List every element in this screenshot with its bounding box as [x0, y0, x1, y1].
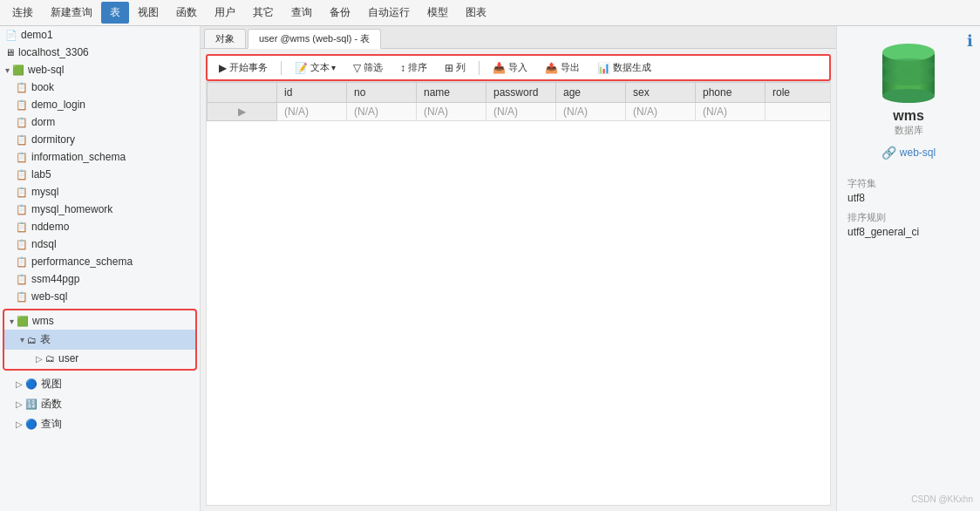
- expand-arrow: ▾: [5, 65, 10, 75]
- sidebar-item-table-node[interactable]: ▾ 🗂 表: [4, 330, 195, 350]
- cell-sex[interactable]: (N/A): [626, 103, 696, 121]
- table-icon: 📋: [16, 204, 28, 215]
- menu-backup[interactable]: 备份: [321, 2, 359, 24]
- table-wrapper[interactable]: id no name password age sex phone role ▶…: [206, 81, 831, 506]
- columns-btn[interactable]: ⊞ 列: [439, 58, 472, 77]
- sidebar-item-wms[interactable]: ▾ 🟩 wms: [4, 312, 195, 330]
- toolbar-sep-2: [479, 61, 480, 75]
- transaction-icon: ▶: [219, 62, 227, 74]
- sidebar-item-performance-schema[interactable]: 📋 performance_schema: [0, 253, 200, 270]
- table-icon: 📋: [16, 291, 28, 303]
- sidebar-item-mysql-homework[interactable]: 📋 mysql_homework: [0, 201, 200, 218]
- menu-new-query[interactable]: 新建查询: [42, 2, 101, 24]
- conn-name: web-sql: [900, 146, 936, 159]
- conn-icon: 🔗: [881, 146, 896, 160]
- sidebar-item-demo-login[interactable]: 📋 demo_login: [0, 96, 200, 113]
- filter-btn[interactable]: ▽ 筛选: [347, 58, 389, 77]
- col-id[interactable]: id: [277, 83, 347, 103]
- menu-query[interactable]: 查询: [282, 2, 321, 24]
- tab-user-table[interactable]: user @wms (web-sql) - 表: [248, 29, 381, 49]
- table-icon: 📋: [16, 187, 28, 198]
- table-icon: 📋: [16, 274, 28, 285]
- menu-view[interactable]: 视图: [129, 2, 167, 24]
- sidebar-item-views[interactable]: ▷ 🔵 视图: [0, 374, 200, 394]
- db-props: 字符集 utf8 排序规则 utf8_general_ci: [847, 177, 970, 245]
- sidebar-item-queries[interactable]: ▷ 🔵 查询: [0, 414, 200, 434]
- sidebar-item-dorm[interactable]: 📋 dorm: [0, 113, 200, 131]
- table-icon: 📋: [16, 169, 28, 181]
- table-row: ▶ (N/A) (N/A) (N/A) (N/A) (N/A) (N/A) (N…: [208, 103, 832, 121]
- charset-label: 字符集: [847, 177, 970, 190]
- filter-icon: ▽: [353, 62, 361, 74]
- cell-name[interactable]: (N/A): [417, 103, 487, 121]
- sidebar-item-information-schema[interactable]: 📋 information_schema: [0, 148, 200, 166]
- wms-db-icon: 🟩: [17, 316, 29, 327]
- server-icon: 🖥: [5, 47, 15, 58]
- begin-transaction-btn[interactable]: ▶ 开始事务: [213, 58, 274, 77]
- menu-function[interactable]: 函数: [167, 2, 206, 24]
- sort-btn[interactable]: ↕ 排序: [394, 58, 433, 77]
- toolbar-sep-1: [281, 61, 282, 75]
- col-name[interactable]: name: [417, 83, 487, 103]
- col-phone[interactable]: phone: [696, 83, 766, 103]
- menu-chart[interactable]: 图表: [457, 2, 495, 24]
- row-arrow-indicator: ▶: [208, 103, 277, 121]
- datagen-btn[interactable]: 📊 数据生成: [591, 58, 657, 77]
- sidebar-item-dormitory[interactable]: 📋 dormitory: [0, 131, 200, 148]
- collation-value: utf8_general_ci: [847, 226, 970, 238]
- table-icon: 📋: [16, 134, 28, 146]
- menu-table[interactable]: 表: [101, 2, 129, 24]
- text-btn[interactable]: 📝 文本 ▾: [289, 58, 342, 77]
- sidebar-item-ndsql[interactable]: 📋 ndsql: [0, 235, 200, 253]
- cell-id[interactable]: (N/A): [277, 103, 347, 121]
- wms-highlight-box: ▾ 🟩 wms ▾ 🗂 表 ▷ 🗂 user: [3, 309, 197, 371]
- sidebar-item-book[interactable]: 📋 book: [0, 78, 200, 96]
- sidebar-item-localhost[interactable]: 🖥 localhost_3306: [0, 44, 200, 61]
- main-layout: 📄 demo1 🖥 localhost_3306 ▾ 🟩 web-sql 📋 b…: [0, 26, 980, 511]
- table-icon: 📋: [16, 256, 28, 268]
- menu-bar: 连接 新建查询 表 视图 函数 用户 其它 查询 备份 自动运行 模型 图表: [0, 0, 980, 26]
- cell-age[interactable]: (N/A): [556, 103, 626, 121]
- col-age[interactable]: age: [556, 83, 626, 103]
- sidebar-item-nddemo[interactable]: 📋 nddemo: [0, 218, 200, 235]
- db-cylinder-svg: [878, 35, 939, 105]
- tab-object[interactable]: 对象: [204, 29, 246, 48]
- tab-bar: 对象 user @wms (web-sql) - 表: [201, 26, 836, 49]
- col-no[interactable]: no: [347, 83, 417, 103]
- cell-no[interactable]: (N/A): [347, 103, 417, 121]
- user-table-icon: 🗂: [45, 353, 55, 364]
- sidebar-item-ssm44pgp[interactable]: 📋 ssm44pgp: [0, 270, 200, 288]
- import-btn[interactable]: 📥 导入: [487, 58, 534, 77]
- sidebar-item-mysql[interactable]: 📋 mysql: [0, 183, 200, 201]
- db-icon-area: wms 数据库: [878, 35, 939, 137]
- sidebar-item-user[interactable]: ▷ 🗂 user: [4, 350, 195, 367]
- cell-password[interactable]: (N/A): [487, 103, 556, 121]
- col-role[interactable]: role: [766, 83, 832, 103]
- sidebar-item-websql[interactable]: ▾ 🟩 web-sql: [0, 61, 200, 78]
- menu-connect[interactable]: 连接: [3, 2, 42, 24]
- col-sex[interactable]: sex: [626, 83, 696, 103]
- sort-icon: ↕: [400, 62, 405, 74]
- table-icon: 📄: [5, 30, 17, 41]
- table-icon: 📋: [16, 239, 28, 250]
- svg-point-3: [882, 58, 935, 72]
- col-password[interactable]: password: [487, 83, 556, 103]
- conn-row: 🔗 web-sql: [881, 146, 936, 160]
- menu-other[interactable]: 其它: [244, 2, 282, 24]
- sidebar-item-lab5[interactable]: 📋 lab5: [0, 166, 200, 183]
- charset-value: utf8: [847, 192, 970, 204]
- watermark: CSDN @KKxhn: [911, 494, 973, 504]
- db-name: wms: [893, 108, 924, 124]
- cell-phone[interactable]: (N/A): [696, 103, 766, 121]
- export-btn[interactable]: 📤 导出: [539, 58, 586, 77]
- menu-autorun[interactable]: 自动运行: [359, 2, 419, 24]
- cell-role[interactable]: [766, 103, 832, 121]
- text-icon: 📝: [295, 62, 308, 74]
- table-icon: 📋: [16, 99, 28, 111]
- sidebar-item-web-sql2[interactable]: 📋 web-sql: [0, 288, 200, 305]
- sidebar-item-functions[interactable]: ▷ 🔢 函数: [0, 394, 200, 414]
- menu-user[interactable]: 用户: [206, 2, 244, 24]
- info-icon[interactable]: ℹ: [967, 31, 973, 51]
- menu-model[interactable]: 模型: [419, 2, 457, 24]
- sidebar-item-demo1[interactable]: 📄 demo1: [0, 26, 200, 44]
